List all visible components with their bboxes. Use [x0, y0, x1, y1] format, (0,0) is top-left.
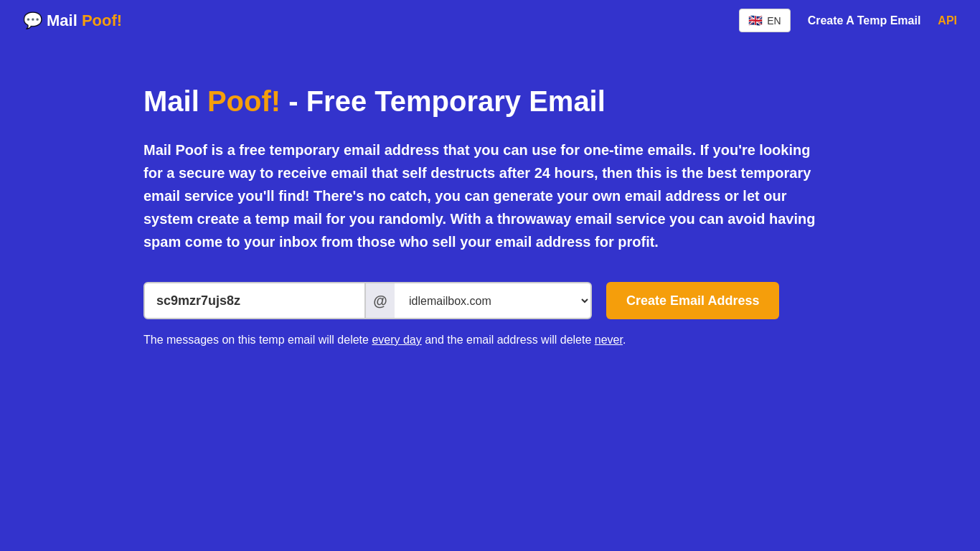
create-email-button[interactable]: Create Email Address	[606, 282, 779, 319]
description-text: Mail Poof is a free temporary email addr…	[143, 138, 832, 253]
email-form: @ idlemailbox.com mailpoof.com tempmail.…	[143, 282, 837, 319]
navbar: 💬 Mail Poof! 🇬🇧 EN Create A Temp Email A…	[0, 0, 980, 41]
language-selector[interactable]: 🇬🇧 EN	[739, 9, 790, 32]
logo[interactable]: 💬 Mail Poof!	[23, 11, 122, 30]
api-link[interactable]: API	[938, 14, 957, 27]
flag-icon: 🇬🇧	[748, 14, 763, 27]
info-text: The messages on this temp email will del…	[143, 334, 837, 347]
domain-select[interactable]: idlemailbox.com mailpoof.com tempmail.io	[395, 282, 592, 319]
create-temp-email-link[interactable]: Create A Temp Email	[808, 14, 921, 27]
never-link[interactable]: never	[595, 334, 623, 346]
logo-text: Mail Poof!	[47, 11, 122, 30]
page-title: Mail Poof! - Free Temporary Email	[143, 84, 837, 118]
logo-icon: 💬	[23, 11, 42, 30]
email-username-input[interactable]	[143, 282, 366, 319]
nav-right: 🇬🇧 EN Create A Temp Email API	[739, 9, 957, 32]
lang-code: EN	[767, 15, 781, 27]
main-content: Mail Poof! - Free Temporary Email Mail P…	[0, 41, 980, 375]
every-day-link[interactable]: every day	[372, 334, 421, 346]
at-symbol: @	[366, 282, 395, 319]
